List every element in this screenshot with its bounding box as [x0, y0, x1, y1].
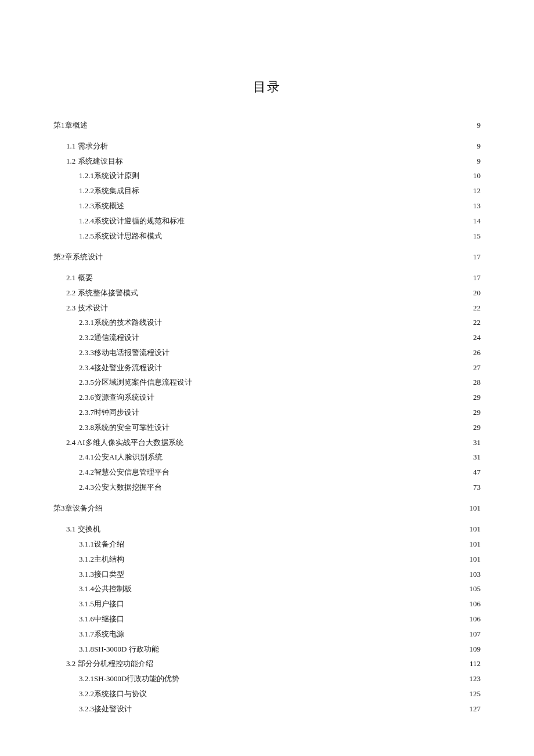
toc-entry-page: 73	[473, 482, 481, 493]
toc-entry: 2.3 技术设计22	[53, 303, 481, 313]
toc-entry-page: 112	[470, 659, 481, 669]
toc-entry-label: 3.1.7系统电源	[79, 629, 124, 639]
toc-entry: 第1章概述9	[53, 120, 481, 131]
toc-entry-label: 2.4 AI多维人像实战平台大数据系统	[66, 437, 183, 448]
toc-entry: 3.2.1SH-3000D行政功能的优势 123	[53, 674, 481, 684]
toc-entry-page: 29	[473, 422, 481, 433]
toc-entry: 1.1 需求分析9	[53, 141, 481, 151]
toc-entry-page: 12	[473, 186, 481, 196]
toc-entry: 3.1.6中继接口 106	[53, 614, 481, 624]
toc-entry-label: 1.2.1系统设计原则	[79, 171, 139, 181]
toc-entry-label: 2.3.3移动电话报警流程设计	[79, 348, 169, 358]
toc-entry-label: 2.4.1公安AI人脸识别系统	[79, 452, 163, 462]
toc-entry: 2.2 系统整体接警模式 20	[53, 288, 481, 298]
toc-entry-label: 第3章设备介绍	[53, 503, 103, 513]
toc-entry-page: 9	[477, 156, 481, 167]
toc-entry: 2.3.1系统的技术路线设计 22	[53, 317, 481, 328]
toc-entry-page: 17	[473, 273, 481, 283]
toc-entry: 2.3.8系统的安全可靠性设计 29	[53, 422, 481, 433]
toc-entry-label: 2.4.2智慧公安信息管理平台	[79, 467, 169, 478]
toc-entry: 2.3.6资源查询系统设计 29	[53, 392, 481, 403]
toc-entry-label: 3.1.3接口类型	[79, 569, 124, 580]
toc-entry-label: 1.2 系统建设目标	[66, 156, 123, 167]
toc-entry: 2.4.1公安AI人脸识别系统 31	[53, 452, 481, 462]
toc-entry-label: 2.3.7时钟同步设计	[79, 407, 139, 418]
toc-entry-page: 123	[470, 674, 481, 684]
toc-entry-page: 29	[473, 392, 481, 403]
toc-entry-page: 22	[473, 317, 481, 328]
toc-entry: 3.1.8SH-3000D 行政功能 109	[53, 644, 481, 654]
toc-entry: 3.1.1设备介绍101	[53, 539, 481, 549]
toc-entry-page: 101	[470, 539, 481, 549]
toc-entry: 1.2.4系统设计遵循的规范和标准 14	[53, 216, 481, 226]
toc-entry-page: 9	[477, 141, 481, 151]
toc-entry: 第3章设备介绍101	[53, 503, 481, 513]
toc-entry: 1.2.2系统集成目标12	[53, 186, 481, 196]
toc-entry-label: 2.3.5分区域浏览案件信息流程设计	[79, 377, 192, 388]
toc-entry-label: 3.1.8SH-3000D 行政功能	[79, 644, 159, 654]
toc-entry-label: 3.1.6中继接口	[79, 614, 124, 624]
toc-entry-label: 2.1 概要	[66, 273, 93, 283]
toc-entry-label: 2.3.6资源查询系统设计	[79, 392, 154, 403]
toc-entry-label: 2.3 技术设计	[66, 303, 108, 313]
toc-entry-page: 24	[473, 332, 481, 343]
toc-entry: 3.1.7系统电源 107	[53, 629, 481, 639]
toc-entry-page: 105	[470, 584, 481, 594]
toc-entry-page: 10	[473, 171, 481, 181]
toc-entry-page: 101	[470, 524, 481, 534]
toc-entry: 1.2 系统建设目标9	[53, 156, 481, 167]
toc-entry-label: 3.1 交换机	[66, 524, 100, 534]
toc-entry-label: 2.3.8系统的安全可靠性设计	[79, 422, 169, 433]
toc-entry-label: 1.2.2系统集成目标	[79, 186, 139, 196]
toc-entry: 3.2 部分分机程控功能介绍 112	[53, 659, 481, 669]
page: 目录 第1章概述91.1 需求分析91.2 系统建设目标91.2.1系统设计原则…	[0, 0, 534, 753]
toc-entry-page: 9	[477, 120, 481, 131]
toc-entry-page: 22	[473, 303, 481, 313]
toc-entry-label: 3.1.2主机结构	[79, 554, 124, 565]
toc-entry-page: 15	[473, 231, 481, 241]
toc-entry: 3.2.2系统接口与协议 125	[53, 689, 481, 699]
toc-entry-label: 3.1.5用户接口	[79, 599, 124, 609]
toc-entry-page: 26	[473, 348, 481, 358]
toc-entry-page: 14	[473, 216, 481, 226]
toc-entry: 2.3.3移动电话报警流程设计 26	[53, 348, 481, 358]
toc-entry-page: 101	[470, 503, 481, 513]
toc-entry-label: 2.4.3公安大数据挖掘平台	[79, 482, 162, 493]
toc-entry-label: 第2章系统设计	[53, 252, 103, 262]
toc-entry: 2.3.5分区域浏览案件信息流程设计 28	[53, 377, 481, 388]
toc-entry: 第2章系统设计17	[53, 252, 481, 262]
toc-entry: 2.4.3公安大数据挖掘平台 73	[53, 482, 481, 493]
toc-entry: 2.3.2通信流程设计 24	[53, 332, 481, 343]
toc-entry: 3.1.5用户接口 106	[53, 599, 481, 609]
toc-title: 目录	[53, 78, 481, 96]
toc-entry-label: 1.2.4系统设计遵循的规范和标准	[79, 216, 185, 226]
toc-entry-label: 2.2 系统整体接警模式	[66, 288, 138, 298]
toc-entry-label: 2.3.1系统的技术路线设计	[79, 317, 162, 328]
toc-entry-page: 17	[473, 252, 481, 262]
toc-entry-label: 3.2.1SH-3000D行政功能的优势	[79, 674, 179, 684]
toc-entry-label: 1.2.5系统设计思路和模式	[79, 231, 162, 241]
toc-entry-page: 27	[473, 363, 481, 373]
toc-entry: 2.4 AI多维人像实战平台大数据系统 31	[53, 437, 481, 448]
toc-entry-label: 1.1 需求分析	[66, 141, 108, 151]
toc-entry-label: 3.1.1设备介绍	[79, 539, 124, 549]
toc-entry-label: 3.2.3接处警设计	[79, 704, 132, 714]
toc-entry-page: 20	[473, 288, 481, 298]
toc-entry-label: 第1章概述	[53, 120, 88, 131]
toc-entry-page: 31	[473, 437, 481, 448]
toc-entry: 2.1 概要17	[53, 273, 481, 283]
toc-entry: 3.1.4公共控制板 105	[53, 584, 481, 594]
toc-entry-label: 1.2.3系统概述	[79, 201, 124, 211]
toc-entry: 1.2.1系统设计原则 10	[53, 171, 481, 181]
toc-entry-label: 2.3.2通信流程设计	[79, 332, 139, 343]
toc-entry-page: 101	[470, 554, 481, 565]
toc-entry-label: 3.2.2系统接口与协议	[79, 689, 147, 699]
table-of-contents: 第1章概述91.1 需求分析91.2 系统建设目标91.2.1系统设计原则 10…	[53, 120, 481, 714]
toc-entry: 3.2.3接处警设计127	[53, 704, 481, 714]
toc-entry-page: 29	[473, 407, 481, 418]
toc-entry-page: 13	[473, 201, 481, 211]
toc-entry-page: 47	[473, 467, 481, 478]
toc-entry: 3.1.2主机结构101	[53, 554, 481, 565]
toc-entry: 1.2.3系统概述13	[53, 201, 481, 211]
toc-entry: 3.1.3接口类型103	[53, 569, 481, 580]
